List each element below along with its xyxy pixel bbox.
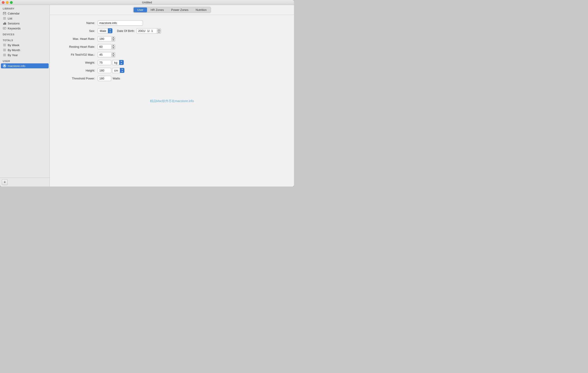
resting-hr-row: Resting Heart Rate: ▲ ▼: [59, 44, 285, 49]
fit-test-input-group: ▲ ▼: [98, 52, 115, 57]
weight-input[interactable]: [98, 60, 111, 65]
sessions-icon: [3, 22, 6, 25]
by-week-label: By Week: [8, 44, 20, 47]
resting-hr-input[interactable]: [98, 44, 111, 49]
add-button[interactable]: +: [2, 179, 8, 185]
weight-row: Weight: kg ▲ ▼: [59, 60, 285, 65]
sex-select-group: Male ▲ ▼: [98, 28, 112, 33]
tab-hr-zones[interactable]: HR Zones: [147, 8, 168, 12]
max-hr-row: Max. Heart Rate: ▲ ▼: [59, 36, 285, 41]
tab-nutrition[interactable]: Nutrition: [192, 8, 210, 12]
sidebar-item-by-week[interactable]: By Week: [0, 43, 50, 47]
weight-unit-label: kg: [112, 60, 119, 65]
sidebar-item-calendar[interactable]: Calendar: [0, 11, 50, 16]
fit-test-stepper: ▲ ▼: [112, 52, 115, 57]
max-hr-input-group: ▲ ▼: [98, 36, 115, 41]
sex-dob-group: Male ▲ ▼ Date Of Birth: ▲: [98, 28, 161, 33]
max-hr-stepper: ▲ ▼: [112, 36, 115, 41]
weight-unit-down-button[interactable]: ▼: [119, 63, 124, 65]
max-hr-input[interactable]: [98, 36, 111, 41]
keywords-icon: [3, 26, 6, 30]
dob-input-group: ▲ ▼: [136, 28, 161, 33]
sessions-label: Sessions: [8, 22, 20, 25]
dob-input[interactable]: [136, 28, 157, 33]
calendar-label: Calendar: [8, 12, 20, 15]
watermark: 精品Mac软件尽在macstore.info: [59, 99, 285, 103]
sidebar-item-sessions[interactable]: Sessions: [0, 21, 50, 26]
sidebar-item-by-month[interactable]: By Month: [0, 47, 50, 53]
app-body: LIBRARY Calendar: [0, 5, 294, 186]
resting-hr-up-button[interactable]: ▲: [112, 44, 115, 47]
resting-hr-down-button[interactable]: ▼: [112, 47, 115, 49]
by-month-label: By Month: [8, 48, 20, 52]
threshold-power-row: Threshold Power: Watts: [59, 76, 285, 81]
svg-rect-4: [4, 13, 4, 14]
weight-input-group: kg ▲ ▼: [98, 60, 124, 65]
sidebar-item-by-year[interactable]: By Year: [0, 53, 50, 57]
devices-header: DEVICES: [0, 31, 50, 37]
titlebar: Untitled: [0, 0, 294, 5]
user-label: macstore.info: [8, 64, 25, 68]
fit-test-input[interactable]: [98, 52, 111, 57]
sex-value: Male: [98, 28, 108, 33]
by-year-label: By Year: [8, 54, 18, 57]
fit-test-down-button[interactable]: ▼: [112, 55, 115, 57]
threshold-power-input[interactable]: [98, 76, 111, 81]
maximize-button[interactable]: [10, 1, 13, 4]
resting-hr-stepper: ▲ ▼: [112, 44, 115, 49]
height-unit-up-button[interactable]: ▲: [120, 68, 124, 70]
sex-up-button[interactable]: ▲: [108, 28, 112, 31]
svg-rect-14: [3, 27, 6, 29]
weight-unit-stepper: ▲ ▼: [119, 60, 124, 65]
name-input[interactable]: [98, 20, 143, 26]
user-avatar: [3, 64, 6, 68]
sex-stepper: ▲ ▼: [108, 28, 112, 33]
list-label: List: [8, 17, 12, 20]
svg-rect-10: [3, 23, 4, 25]
tab-user[interactable]: User: [134, 8, 147, 12]
height-input[interactable]: [98, 68, 111, 73]
sex-down-button[interactable]: ▼: [108, 31, 112, 33]
watermark-text: 精品Mac软件尽在macstore.info: [150, 99, 194, 103]
weight-unit-up-button[interactable]: ▲: [119, 60, 124, 63]
dob-up-button[interactable]: ▲: [157, 29, 161, 31]
library-header: LIBRARY: [0, 5, 50, 11]
by-year-icon: [3, 53, 6, 57]
name-label: Name:: [59, 21, 95, 25]
height-unit-stepper: ▲ ▼: [120, 68, 124, 73]
name-row: Name:: [59, 20, 285, 26]
height-unit-down-button[interactable]: ▼: [120, 70, 124, 73]
sidebar-item-list[interactable]: List: [0, 16, 50, 21]
minimize-button[interactable]: [6, 1, 9, 4]
max-hr-up-button[interactable]: ▲: [112, 36, 115, 39]
close-button[interactable]: [2, 1, 5, 4]
height-label: Height:: [59, 69, 95, 72]
sidebar-item-macstore[interactable]: macstore.info: [1, 63, 49, 68]
svg-rect-11: [4, 23, 5, 25]
dob-stepper: ▲ ▼: [157, 29, 161, 33]
form-area: Name: Sex: Male ▲ ▼: [50, 15, 294, 186]
sex-label: Sex:: [59, 29, 95, 33]
height-unit-label: cm: [112, 68, 120, 73]
dob-down-button[interactable]: ▼: [157, 31, 161, 33]
watts-label: Watts: [113, 77, 120, 80]
fit-test-up-button[interactable]: ▲: [112, 52, 115, 55]
svg-point-26: [4, 65, 5, 66]
threshold-power-input-group: Watts: [98, 76, 120, 81]
traffic-lights: [2, 1, 13, 4]
weight-unit-group: kg ▲ ▼: [112, 60, 124, 65]
sidebar: LIBRARY Calendar: [0, 5, 50, 186]
max-hr-down-button[interactable]: ▼: [112, 39, 115, 41]
user-header: USER: [0, 57, 50, 63]
keywords-label: Keywords: [8, 27, 21, 30]
fit-test-row: Fit Test/VO2 Max.: ▲ ▼: [59, 52, 285, 57]
svg-rect-6: [5, 13, 5, 14]
height-row: Height: cm ▲ ▼: [59, 68, 285, 73]
sidebar-item-keywords[interactable]: Keywords: [0, 26, 50, 31]
sidebar-bottom: +: [0, 178, 50, 186]
by-month-icon: [3, 48, 6, 52]
dob-section: Date Of Birth: ▲ ▼: [117, 28, 161, 33]
dob-label: Date Of Birth:: [117, 29, 135, 33]
calendar-icon: [3, 11, 6, 15]
tab-power-zones[interactable]: Power Zones: [167, 8, 192, 12]
